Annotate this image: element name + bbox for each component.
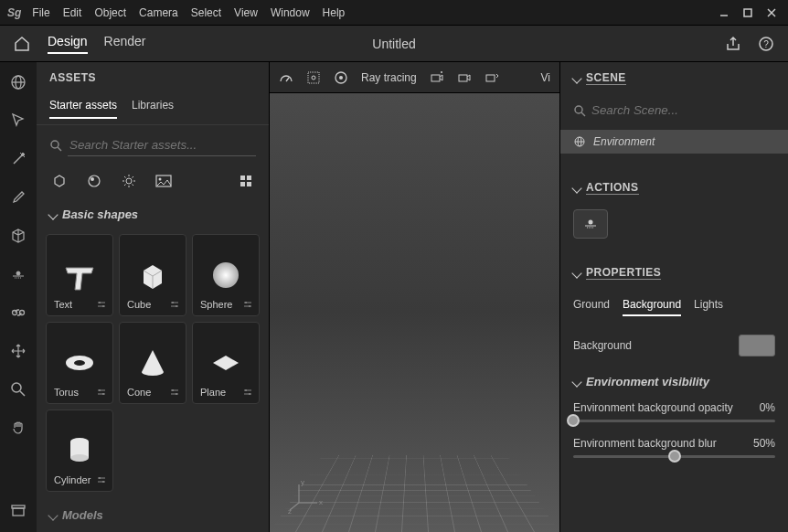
sliders-icon[interactable]: [169, 387, 180, 398]
tab-background[interactable]: Background: [623, 298, 681, 316]
camera-icon[interactable]: [457, 70, 472, 85]
scene-search-input[interactable]: [591, 100, 775, 121]
section-basic-shapes[interactable]: Basic shapes: [37, 197, 269, 229]
opacity-label: Environment background opacity: [573, 401, 733, 414]
env-visibility-header[interactable]: Environment visibility: [560, 366, 788, 394]
cube-tool-icon[interactable]: [7, 225, 29, 247]
viewport-canvas[interactable]: y x z: [270, 93, 559, 532]
svg-line-33: [133, 176, 134, 178]
tab-starter-assets[interactable]: Starter assets: [49, 99, 117, 119]
shape-sphere[interactable]: Sphere: [192, 234, 260, 316]
section-label: SCENE: [586, 71, 626, 85]
menu-camera[interactable]: Camera: [139, 6, 178, 19]
raytracing-toggle[interactable]: Ray tracing: [361, 71, 417, 84]
globe-icon[interactable]: [7, 71, 29, 93]
menu-view[interactable]: View: [234, 6, 258, 19]
shape-cube[interactable]: Cube: [119, 234, 186, 316]
eyedropper-icon[interactable]: [7, 186, 29, 208]
axis-gizmo[interactable]: y x z: [288, 477, 325, 514]
filter-lights-icon[interactable]: [119, 171, 139, 191]
svg-point-58: [99, 389, 101, 391]
svg-line-75: [286, 78, 289, 81]
opacity-slider[interactable]: [573, 420, 775, 422]
wand-tool-icon[interactable]: [7, 148, 29, 170]
tab-design[interactable]: Design: [48, 34, 88, 54]
plane-icon: [204, 341, 248, 385]
search-input[interactable]: [68, 134, 256, 156]
settings-icon[interactable]: [306, 70, 321, 85]
svg-point-63: [176, 393, 177, 395]
svg-line-31: [124, 176, 126, 178]
scene-header[interactable]: SCENE: [560, 62, 788, 94]
sliders-icon[interactable]: [96, 387, 107, 398]
svg-rect-76: [308, 72, 319, 83]
tab-libraries[interactable]: Libraries: [132, 99, 174, 119]
shape-text[interactable]: Text: [46, 234, 113, 316]
svg-point-55: [74, 360, 85, 366]
light-tool-icon[interactable]: [7, 263, 29, 285]
menu-window[interactable]: Window: [271, 6, 310, 19]
camera-add-icon[interactable]: [430, 70, 444, 85]
grid-view-icon[interactable]: [236, 171, 256, 191]
archive-icon[interactable]: [7, 499, 29, 521]
sliders-icon[interactable]: [169, 299, 180, 310]
minimize-button[interactable]: [715, 4, 733, 22]
svg-line-9: [14, 154, 23, 164]
filter-images-icon[interactable]: [154, 171, 174, 191]
menu-edit[interactable]: Edit: [63, 6, 82, 19]
scene-item-environment[interactable]: Environment: [560, 130, 788, 154]
shape-cone[interactable]: Cone: [119, 322, 186, 404]
background-color-swatch[interactable]: [739, 335, 775, 356]
tab-lights[interactable]: Lights: [694, 298, 723, 316]
camera-next-icon[interactable]: [485, 70, 499, 85]
close-button[interactable]: [762, 4, 781, 22]
search-icon: [49, 139, 62, 152]
actions-header[interactable]: ACTIONS: [560, 172, 788, 204]
menu-help[interactable]: Help: [323, 6, 346, 19]
speed-icon[interactable]: [279, 70, 293, 85]
action-light-button[interactable]: [573, 209, 608, 239]
section-models[interactable]: Models: [37, 497, 269, 529]
sliders-icon[interactable]: [96, 474, 107, 485]
properties-header[interactable]: PROPERTIES: [560, 257, 788, 289]
sliders-icon[interactable]: [242, 387, 253, 398]
svg-point-73: [99, 477, 101, 479]
filter-materials-icon[interactable]: [84, 171, 104, 191]
record-icon[interactable]: [334, 70, 348, 85]
blur-slider[interactable]: [573, 455, 775, 458]
shape-label: Torus: [54, 387, 79, 398]
shape-plane[interactable]: Plane: [192, 322, 260, 404]
menu-file[interactable]: File: [32, 6, 49, 19]
view-partial[interactable]: Vi: [541, 71, 550, 84]
svg-line-92: [581, 112, 585, 116]
sliders-icon[interactable]: [96, 299, 107, 310]
svg-point-70: [70, 454, 89, 462]
maximize-button[interactable]: [739, 4, 757, 22]
svg-text:y: y: [301, 478, 304, 486]
svg-line-19: [20, 391, 25, 396]
tab-ground[interactable]: Ground: [573, 298, 610, 316]
help-icon[interactable]: ?: [755, 33, 777, 55]
tab-render[interactable]: Render: [104, 34, 146, 54]
share-icon[interactable]: [722, 33, 744, 55]
svg-point-18: [12, 383, 21, 392]
filter-shapes-icon[interactable]: [49, 171, 69, 191]
svg-point-49: [213, 262, 239, 288]
sphere-icon: [204, 253, 248, 297]
home-icon[interactable]: [11, 33, 33, 55]
shape-label: Cylinder: [54, 474, 91, 485]
svg-rect-21: [13, 508, 24, 516]
zoom-tool-icon[interactable]: [7, 378, 29, 400]
hand-tool-icon[interactable]: [7, 417, 29, 439]
section-label: Models: [62, 508, 103, 522]
menu-object[interactable]: Object: [94, 6, 126, 19]
sliders-icon[interactable]: [242, 299, 253, 310]
menu-select[interactable]: Select: [191, 6, 221, 19]
shape-torus[interactable]: Torus: [46, 322, 113, 404]
move-tool-icon[interactable]: [7, 340, 29, 362]
shape-cylinder[interactable]: Cylinder: [46, 410, 113, 492]
svg-point-59: [102, 393, 104, 395]
select-tool-icon[interactable]: [7, 110, 29, 132]
link-tool-icon[interactable]: [7, 302, 29, 324]
section-label: ACTIONS: [586, 181, 639, 195]
